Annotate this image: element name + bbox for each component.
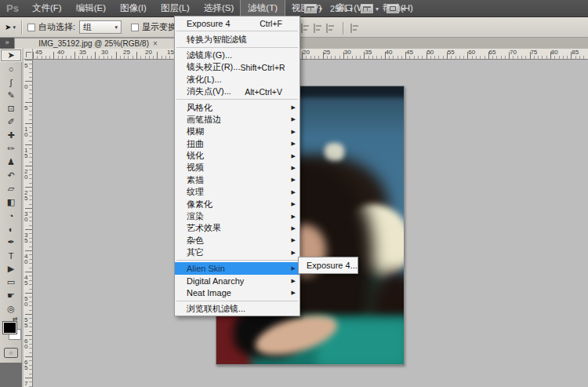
launch-bridge-button[interactable]: ▾	[304, 4, 322, 13]
lasso-tool[interactable]: ʃ	[0, 75, 22, 89]
filter-menu-item-视频[interactable]: 视频▶	[175, 162, 299, 173]
eyedropper-tool[interactable]: ✐	[0, 115, 22, 129]
align-icon[interactable]	[314, 24, 323, 33]
zoom-tool[interactable]: ◎	[0, 302, 22, 316]
blur-tool[interactable]: ◔	[0, 209, 22, 222]
menu-选择(S)[interactable]: 选择(S)	[197, 0, 241, 16]
blur-tool-icon: ◔	[9, 211, 14, 221]
tool-preset-icon[interactable]: ➤	[5, 23, 11, 31]
marquee-tool[interactable]: ○	[0, 62, 22, 75]
auto-select-checkbox[interactable]	[27, 24, 35, 31]
document-tab-title: IMG_35192.jpg @ 25%(RGB/8)	[38, 39, 149, 48]
filter-menu-item-像素化[interactable]: 像素化▶	[175, 198, 299, 210]
ruler-label: 15	[24, 148, 31, 159]
filter-menu-item-素描[interactable]: 素描▶	[175, 174, 299, 186]
photoshop-logo: Ps	[0, 2, 25, 14]
close-icon[interactable]: ×	[153, 40, 158, 48]
shape-tool-icon: ▭	[7, 277, 15, 287]
ruler-origin-corner[interactable]	[24, 49, 33, 60]
marquee-tool-icon: ○	[9, 64, 14, 74]
submenu-arrow-icon: ▶	[292, 237, 296, 243]
eraser-tool[interactable]: ▱	[0, 182, 22, 195]
filter-menu-item-杂色[interactable]: 杂色▶	[175, 235, 299, 246]
zoom-level-control[interactable]: 25% ▾	[330, 4, 353, 13]
filter-menu-item-模糊[interactable]: 模糊▶	[175, 126, 299, 137]
arrange-documents-button[interactable]: ▾	[361, 4, 379, 13]
filter-menu-item-Exposure-4[interactable]: Exposure 4Ctrl+F	[175, 17, 299, 29]
ruler-label: 20	[24, 169, 31, 180]
filter-submenu-item[interactable]: Exposure 4...	[298, 257, 358, 274]
brush-tool[interactable]: ✏	[0, 142, 22, 155]
filter-menu-item-画笔描边[interactable]: 画笔描边▶	[175, 114, 299, 126]
filter-menu-item-镜头校正-R-[interactable]: 镜头校正(R)...Shift+Ctrl+R	[175, 61, 299, 73]
canvas-area	[33, 60, 588, 387]
filter-menu-item-扭曲[interactable]: 扭曲▶	[175, 138, 299, 150]
align-icon[interactable]	[326, 24, 336, 33]
filter-menu-item-滤镜库-G-[interactable]: 滤镜库(G)...	[175, 49, 299, 61]
filter-menu-item-Alien-Skin[interactable]: Alien Skin▶	[175, 262, 299, 274]
filter-menu-item-风格化[interactable]: 风格化▶	[175, 101, 299, 113]
filter-menu-item-液化-L-[interactable]: 液化(L)...	[175, 74, 299, 86]
vertical-ruler[interactable]: 50510152025303540455055606570	[24, 60, 33, 387]
menu-图像(I)[interactable]: 图像(I)	[113, 0, 154, 16]
filter-menu: Exposure 4Ctrl+F转换为智能滤镜滤镜库(G)...镜头校正(R).…	[174, 16, 300, 316]
menu-item-label: 锐化	[187, 150, 204, 162]
filter-menu-item-艺术效果[interactable]: 艺术效果▶	[175, 222, 299, 234]
ruler-label: 55	[24, 317, 31, 328]
submenu-arrow-icon: ▶	[292, 265, 296, 272]
filter-menu-item-Digital-Anarchy[interactable]: Digital Anarchy▶	[175, 275, 299, 287]
clone-stamp-tool[interactable]: ♟	[0, 155, 22, 169]
filter-menu-item-渲染[interactable]: 渲染▶	[175, 210, 299, 222]
ruler-label: 0	[24, 84, 31, 89]
pen-tool[interactable]: ✒	[0, 235, 22, 249]
gradient-tool[interactable]: ◧	[0, 195, 22, 209]
menu-item-shortcut: Alt+Ctrl+V	[245, 87, 282, 97]
path-selection-tool[interactable]: ▶	[0, 262, 22, 276]
zoom-level-value: 25%	[330, 4, 347, 13]
move-tool[interactable]: ➤	[0, 49, 22, 62]
hand-tool[interactable]: ☛	[0, 289, 22, 302]
menu-文件(F)[interactable]: 文件(F)	[25, 0, 69, 16]
screen-mode-button[interactable]: ▾	[387, 4, 405, 13]
submenu-item-label: Exposure 4...	[307, 261, 358, 270]
horizontal-ruler[interactable]: 4540353025201520253035404550556065707580…	[33, 49, 588, 60]
crop-tool-icon: ⊡	[7, 104, 14, 114]
menu-图层(L)[interactable]: 图层(L)	[154, 0, 197, 16]
auto-select-dropdown[interactable]: 组 ▾	[79, 20, 122, 34]
eyedropper-tool-icon: ✐	[7, 117, 14, 127]
shape-tool[interactable]: ▭	[0, 276, 22, 289]
healing-brush-tool[interactable]: ✚	[0, 129, 22, 142]
ruler-label: 20	[303, 49, 310, 56]
filter-menu-item-其它[interactable]: 其它▶	[175, 246, 299, 258]
show-transform-checkbox[interactable]	[131, 24, 139, 31]
menu-item-shortcut: Shift+Ctrl+R	[240, 63, 285, 72]
quick-selection-tool[interactable]: ✎	[0, 89, 22, 102]
menu-item-label: 模糊	[187, 126, 204, 137]
menu-滤镜(T)[interactable]: 滤镜(T)	[241, 0, 285, 16]
ruler-label: 25	[123, 49, 130, 56]
tool-panel-footer	[0, 363, 22, 387]
menu-item-label: 视频	[187, 162, 204, 173]
filter-menu-item-浏览联机滤镜-[interactable]: 浏览联机滤镜...	[175, 303, 299, 315]
quick-mask-button[interactable]: ○	[4, 348, 18, 358]
ruler-label: 60	[24, 338, 31, 349]
crop-tool[interactable]: ⊡	[0, 102, 22, 115]
panel-collapse-button[interactable]: »	[0, 38, 14, 49]
filter-menu-item-纹理[interactable]: 纹理▶	[175, 186, 299, 198]
align-icon[interactable]	[350, 24, 360, 33]
document-tab[interactable]: IMG_35192.jpg @ 25%(RGB/8) ×	[14, 38, 182, 49]
filter-menu-item-Neat-Image[interactable]: Neat Image▶	[175, 287, 299, 298]
dodge-tool[interactable]: ◐	[0, 222, 22, 235]
menu-item-label: 其它	[187, 246, 204, 258]
filter-menu-item-消失点-V-[interactable]: 消失点(V)...Alt+Ctrl+V	[175, 86, 299, 97]
filter-menu-item-转换为智能滤镜[interactable]: 转换为智能滤镜	[175, 33, 299, 45]
menu-编辑(E)[interactable]: 编辑(E)	[69, 0, 113, 16]
history-brush-tool[interactable]: ↶	[0, 169, 22, 182]
foreground-color-swatch[interactable]	[3, 322, 16, 334]
align-icon[interactable]	[301, 24, 310, 33]
ruler-label: 65	[489, 49, 496, 56]
chevron-down-icon[interactable]: ▾	[13, 24, 16, 31]
filter-menu-item-锐化[interactable]: 锐化▶	[175, 150, 299, 162]
type-tool[interactable]: T	[0, 249, 22, 262]
menu-bar-right-controls: ▾ 25% ▾ ▾ ▾	[304, 0, 405, 17]
